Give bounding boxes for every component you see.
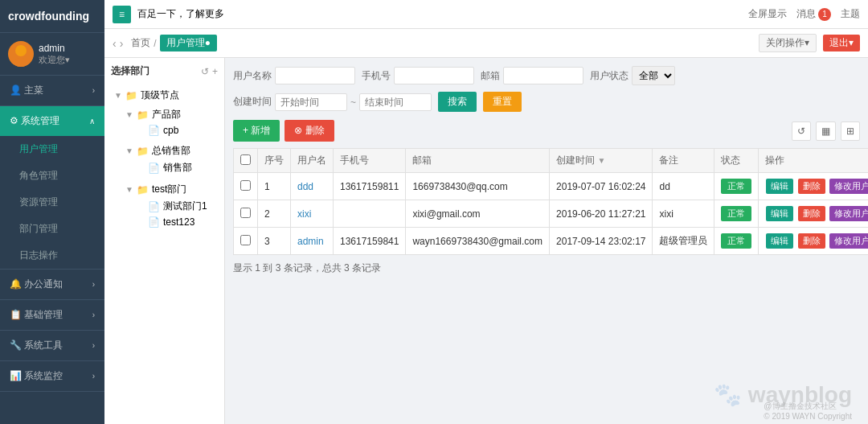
sidebar: crowdfounding admin 欢迎您▾ 👤 主菜 › ⚙ 系统管理 ∧… [0,0,104,424]
sidebar-item-role-mgmt[interactable]: 角色管理 [0,163,104,189]
dept-expand-icon[interactable]: + [212,66,218,77]
columns-icon-button[interactable]: ⊞ [841,121,860,141]
username-link[interactable]: ddd [297,181,313,192]
sidebar-item-sys-monitor[interactable]: 📊 系统监控 › [0,361,104,391]
tree-node-test: ▼ 📁 test部门 📄 测试部门1 [122,179,218,232]
tree-node-root-label[interactable]: ▼ 📁 顶级节点 [111,87,218,104]
sidebar-nav: 👤 主菜 › ⚙ 系统管理 ∧ 用户管理 角色管理 资源管理 部门管理 日志操作… [0,76,104,424]
sidebar-item-dept-mgmt[interactable]: 部门管理 [0,216,104,242]
status-search-select[interactable]: 全部 正常 禁用 [632,66,675,85]
row-delete-button[interactable]: 删除 [798,179,825,194]
col-created[interactable]: 创建时间 ▼ [550,149,653,173]
start-date-input[interactable] [275,93,347,111]
username-link[interactable]: xixi [297,208,311,220]
monitor-icon: 📊 [10,370,22,381]
sidebar-item-log-ops[interactable]: 日志操作 [0,242,104,269]
nav-section-base: 📋 基础管理 › [0,300,104,331]
content-area: 选择部门 ↺ + ▼ 📁 顶级节点 ▼ [104,58,868,424]
username-link[interactable]: admin [297,236,324,247]
edit-button[interactable]: 编辑 [766,179,793,194]
edit-button[interactable]: 编辑 [766,206,793,221]
folder-icon: 📁 [125,90,137,101]
theme-button[interactable]: 主题 [841,7,860,21]
col-email: 邮箱 [406,149,550,173]
reset-button[interactable]: 重置 [483,92,522,112]
modify-name-button[interactable]: 修改用户名称 [829,233,868,249]
delete-button[interactable]: ⊗ 删除 [285,120,334,142]
row-delete-button[interactable]: 删除 [798,233,825,249]
cell-username: admin [291,228,334,255]
breadcrumb-home[interactable]: 首页 [131,36,150,50]
sort-icon: ▼ [597,156,605,165]
created-search-label: 创建时间 [233,95,272,109]
ad-text: 百足一下，了解更多 [137,7,224,21]
refresh-icon-button[interactable]: ↺ [792,121,811,141]
status-badge: 正常 [721,233,751,249]
cell-created: 2019-07-07 16:02:24 [550,173,653,200]
edit-button[interactable]: 编辑 [766,233,793,249]
sidebar-item-system[interactable]: ⚙ 系统管理 ∧ [0,106,104,136]
fullscreen-button[interactable]: 全屏显示 [748,7,787,21]
sidebar-item-user-mgmt[interactable]: 用户管理 [0,136,104,163]
svg-point-1 [11,58,31,67]
cell-status: 正常 [714,173,759,200]
email-search-input[interactable] [503,67,583,84]
sidebar-item-base-mgmt[interactable]: 📋 基础管理 › [0,300,104,330]
col-username: 用户名 [291,149,334,173]
cell-created: 2019-06-20 11:27:21 [550,200,653,228]
close-tab-button[interactable]: 关闭操作▾ [759,34,817,52]
action-bar: + 新增 ⊗ 删除 ↺ ▦ ⊞ [233,120,860,142]
data-table: 序号 用户名 手机号 邮箱 创建时间 ▼ 备注 状态 操作 1 [233,148,868,255]
dept-refresh-icon[interactable]: ↺ [201,66,209,77]
menu-button[interactable]: ≡ [113,6,131,23]
tree-node-sales: ▼ 📁 总销售部 📄 销售部 [122,140,218,179]
row-checkbox[interactable] [240,235,251,245]
select-all-header [234,149,258,173]
tree-node-cpb[interactable]: 📄 cpb [133,123,218,138]
tree-node-sales-label[interactable]: ▼ 📁 总销售部 [122,142,218,159]
tree-node-test123[interactable]: 📄 test123 [133,215,218,229]
chevron-right-icon4: › [92,341,95,350]
search-button[interactable]: 搜索 [438,92,477,112]
sidebar-item-notice[interactable]: 🔔 办公通知 › [0,270,104,299]
row-checkbox[interactable] [240,208,251,218]
col-phone: 手机号 [334,149,406,173]
exit-button[interactable]: 退出▾ [823,35,860,51]
add-button[interactable]: + 新增 [233,120,280,142]
username-search-input[interactable] [275,67,355,84]
breadcrumb-current[interactable]: 用户管理● [160,35,217,51]
select-all-checkbox[interactable] [240,154,251,165]
chevron-right-icon5: › [92,372,95,381]
modify-name-button[interactable]: 修改用户名称 [829,206,868,221]
tree-node-test-label[interactable]: ▼ 📁 test部门 [122,181,218,198]
sidebar-item-resource-mgmt[interactable]: 资源管理 [0,189,104,216]
message-button[interactable]: 消息 1 [796,7,831,21]
col-status: 状态 [714,149,759,173]
cell-status: 正常 [714,200,759,228]
cell-id: 3 [258,228,291,255]
tree-node-xiaoshou[interactable]: 📄 销售部 [133,159,218,176]
table-row: 2 xixi xixi@gmail.com 2019-06-20 11:27:2… [234,200,869,228]
layout-icon-button[interactable]: ▦ [816,121,836,141]
tree-node-product-label[interactable]: ▼ 📁 产品部 [122,106,218,123]
sidebar-item-sys-tools[interactable]: 🔧 系统工具 › [0,331,104,360]
bell-icon: 🔔 [10,278,22,290]
cell-id: 2 [258,200,291,228]
username-label: admin [39,43,70,54]
cell-remark: 超级管理员 [653,228,714,255]
greeting-label[interactable]: 欢迎您▾ [39,54,70,66]
modify-name-button[interactable]: 修改用户名称 [829,179,868,194]
table-row: 1 ddd 13617159811 1669738430@qq.com 2019… [234,173,869,200]
phone-search-input[interactable] [394,67,474,84]
row-delete-button[interactable]: 删除 [798,206,825,221]
sidebar-item-main[interactable]: 👤 主菜 › [0,76,104,105]
tree-node-test-dept1[interactable]: 📄 测试部门1 [133,198,218,215]
tree-expand-icon: ▼ [114,91,122,100]
pagination-info: 显示 1 到 3 条记录，总共 3 条记录 [233,261,860,275]
row-checkbox[interactable] [240,180,251,191]
end-date-input[interactable] [359,93,432,111]
breadcrumb-back-arrow[interactable]: ‹ [113,37,117,50]
breadcrumb-forward-arrow[interactable]: › [120,37,124,50]
nav-section-monitor: 📊 系统监控 › [0,361,104,392]
nav-section-main: 👤 主菜 › [0,76,104,106]
